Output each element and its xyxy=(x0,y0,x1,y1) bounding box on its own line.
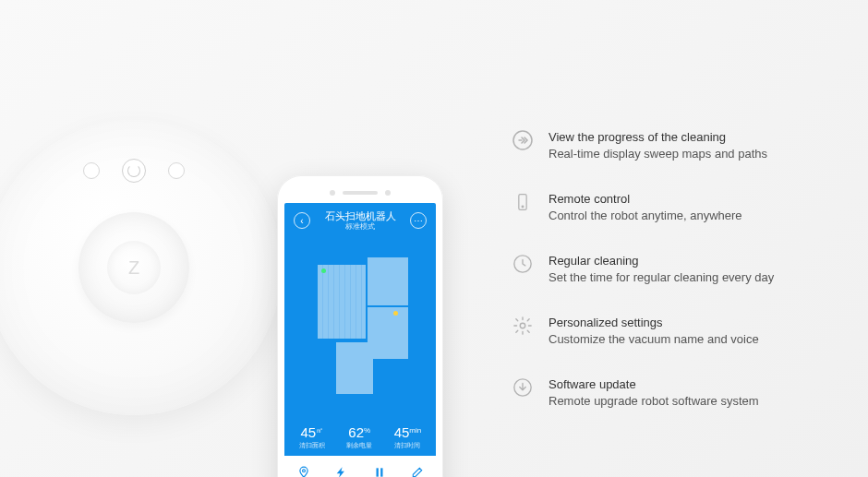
bottom-nav: 回充 清扫 暂停 定时 xyxy=(284,456,436,477)
feature-text: Personalized settings Customize the vacu… xyxy=(549,315,759,347)
feature-desc: Customize the vacuum name and voice xyxy=(549,331,759,348)
feature-title: View the progress of the cleaning xyxy=(549,129,767,146)
feature-text: Remote control Control the robot anytime… xyxy=(549,191,742,223)
feature-desc: Set the time for regular cleaning every … xyxy=(549,269,774,286)
nav-clean[interactable]: 清扫 xyxy=(322,456,360,477)
earpiece-icon xyxy=(343,191,378,195)
svg-rect-2 xyxy=(380,469,382,477)
lidar-hub: Z xyxy=(78,212,189,323)
pin-icon xyxy=(296,465,311,477)
stat-value: 45 xyxy=(394,424,410,440)
app-title: 石头扫地机器人 标准模式 xyxy=(325,210,396,232)
svg-point-7 xyxy=(520,324,525,329)
pause-icon xyxy=(372,465,387,477)
feature-list: View the progress of the cleaning Real-t… xyxy=(512,129,826,409)
svg-point-0 xyxy=(302,470,305,472)
stat-unit: ㎡ xyxy=(316,426,323,435)
power-button-icon xyxy=(122,159,146,183)
settings-icon xyxy=(512,315,534,337)
home-button-icon xyxy=(83,162,100,179)
app-title-text: 石头扫地机器人 xyxy=(325,210,396,222)
svg-rect-1 xyxy=(376,469,378,477)
feature-update: Software update Remote upgrade robot sof… xyxy=(512,376,826,409)
front-camera-icon xyxy=(330,190,335,196)
download-icon xyxy=(512,376,534,399)
stats-row: 45㎡ 清扫面积 62% 剩余电量 45min 清扫时间 xyxy=(284,423,436,456)
stat-area: 45㎡ 清扫面积 xyxy=(299,424,325,450)
more-icon[interactable]: ⋯ xyxy=(410,212,427,229)
feature-schedule: Regular cleaning Set the time for regula… xyxy=(512,253,826,285)
cleaning-map[interactable] xyxy=(284,239,436,419)
robot-marker-icon xyxy=(321,268,326,273)
smartphone: ‹ 石头扫地机器人 标准模式 ⋯ 45㎡ 清扫面积 62% 剩余电量 xyxy=(277,175,443,477)
feature-desc: Remote upgrade robot software system xyxy=(549,393,759,410)
feature-desc: Control the robot anytime, anywhere xyxy=(549,208,742,224)
robot-buttons xyxy=(83,159,185,183)
sensor-icon xyxy=(385,190,391,196)
map-room xyxy=(336,342,373,394)
feature-title: Personalized settings xyxy=(549,315,759,331)
back-icon[interactable]: ‹ xyxy=(294,212,310,229)
stat-label: 清扫时间 xyxy=(394,441,422,450)
feature-title: Software update xyxy=(549,376,759,393)
feature-text: Regular cleaning Set the time for regula… xyxy=(549,253,774,285)
nav-dock[interactable]: 回充 xyxy=(284,456,322,477)
stat-time: 45min 清扫时间 xyxy=(394,424,422,450)
app-screen: ‹ 石头扫地机器人 标准模式 ⋯ 45㎡ 清扫面积 62% 剩余电量 xyxy=(284,203,436,477)
edit-icon xyxy=(410,465,425,477)
bolt-icon xyxy=(334,465,349,477)
feature-text: View the progress of the cleaning Real-t… xyxy=(549,129,767,161)
feature-text: Software update Remote upgrade robot sof… xyxy=(549,376,759,409)
logo-badge: Z xyxy=(107,241,161,294)
app-subtitle-text: 标准模式 xyxy=(325,222,396,232)
nav-pause[interactable]: 暂停 xyxy=(360,456,398,477)
stat-label: 清扫面积 xyxy=(299,441,325,450)
robot-vacuum: Z xyxy=(0,120,282,415)
feature-progress: View the progress of the cleaning Real-t… xyxy=(512,129,826,161)
stat-unit: % xyxy=(364,426,370,435)
map-room xyxy=(318,265,366,339)
stat-label: 剩余电量 xyxy=(346,441,372,450)
feature-personalize: Personalized settings Customize the vacu… xyxy=(512,315,826,347)
feature-title: Remote control xyxy=(549,191,742,208)
spot-button-icon xyxy=(168,162,185,179)
phone-top xyxy=(284,183,436,203)
nav-schedule[interactable]: 定时 xyxy=(398,456,436,477)
dock-marker-icon xyxy=(393,311,398,316)
svg-point-3 xyxy=(513,131,532,149)
map-room xyxy=(368,257,408,305)
feature-desc: Real-time display sweep maps and paths xyxy=(549,146,767,162)
stat-value: 45 xyxy=(300,424,316,440)
app-header: ‹ 石头扫地机器人 标准模式 ⋯ xyxy=(284,203,436,235)
svg-point-5 xyxy=(522,206,524,208)
map-room xyxy=(368,307,408,359)
stat-battery: 62% 剩余电量 xyxy=(346,424,372,450)
clock-icon xyxy=(512,253,534,275)
progress-icon xyxy=(512,129,534,151)
stat-value: 62 xyxy=(348,424,364,440)
feature-remote: Remote control Control the robot anytime… xyxy=(512,191,826,223)
feature-title: Regular cleaning xyxy=(549,253,774,269)
remote-icon xyxy=(512,191,534,213)
stat-unit: min xyxy=(409,426,421,435)
